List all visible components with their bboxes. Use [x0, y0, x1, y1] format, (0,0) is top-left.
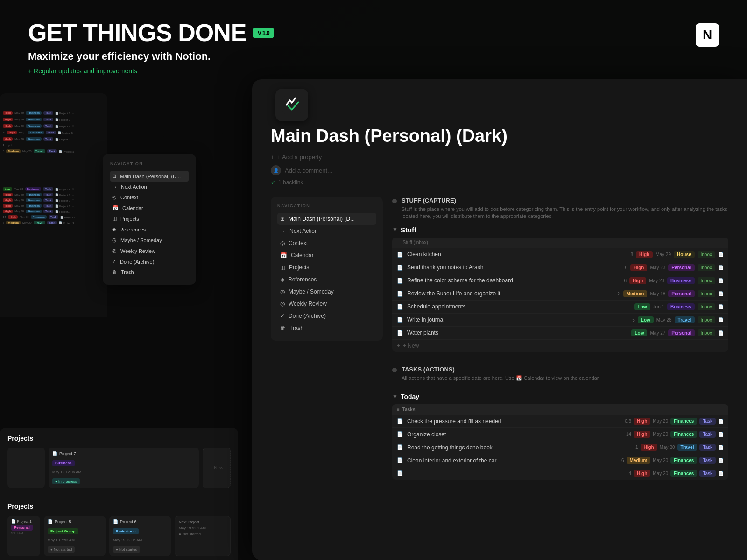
add-comment-area[interactable]: 👤 Add a comment...: [271, 165, 728, 175]
nav-item-done[interactable]: ✓ Done (Archive): [110, 256, 189, 267]
table-row: High May 20 Finances Task 📄 Project 3 □: [3, 110, 105, 116]
nav-panel-label: NAVIGATION: [110, 161, 189, 166]
nav-item-main-dash[interactable]: ⊞ Main Dash (Personal) (D...: [110, 171, 189, 182]
tasks-icon: ≡: [397, 407, 400, 412]
priority-high: High: [634, 418, 650, 425]
nav-next-action[interactable]: → Next Action: [277, 225, 376, 237]
weekly-icon-2: ◎: [280, 301, 285, 307]
priority-badge-low: Low: [638, 316, 654, 323]
priority-badge-high: High: [630, 264, 647, 271]
projects-title-1: Projects: [7, 434, 231, 442]
grid-icon: ⊞: [112, 173, 116, 179]
task-row-4: 📄 Clean interior and exterior of the car…: [392, 454, 728, 467]
stuff-row-1: 📄 Clean kitchen 8 High May 29 House Inbo…: [392, 248, 728, 261]
nav-item-references[interactable]: ◈ References: [110, 224, 189, 235]
category-personal: Personal: [668, 329, 694, 336]
notion-logo: N: [696, 23, 719, 47]
stuff-row-5: 📄 Schedule appointments Low Jun 1 Busine…: [392, 301, 728, 314]
main-panel: Main Dash (Personal) (Dark) + + Add a pr…: [252, 79, 747, 560]
circle-icon: ◎: [112, 194, 117, 200]
add-property-button[interactable]: + + Add a property: [271, 154, 728, 161]
doc-icon: 📄: [397, 317, 403, 323]
main-nav-label: NAVIGATION: [277, 203, 376, 208]
tasks-section-title: TASKS (ACTIONS): [402, 366, 728, 373]
table-row: High May 20 Finances Task 📄 Project 4 □: [3, 123, 105, 129]
new-stuff-button[interactable]: + + New: [392, 340, 728, 352]
nav-main-dash[interactable]: ⊞ Main Dash (Personal) (D...: [277, 213, 376, 225]
check-icon: ✓: [112, 259, 116, 265]
backlink[interactable]: ✓ 1 backlink: [271, 179, 728, 186]
main-navigation: NAVIGATION ⊞ Main Dash (Personal) (D... …: [271, 197, 383, 341]
doc-icon: 📄: [397, 265, 403, 271]
nav-item-calendar[interactable]: 📅 Calendar: [110, 203, 189, 213]
nav-references[interactable]: ◈ References: [277, 273, 376, 286]
doc-icon: 📄: [397, 431, 403, 437]
check-icon-2: ✓: [280, 313, 285, 319]
arrow-icon: →: [112, 184, 117, 189]
table-row: High May 20 Finances Task 📄 Project 3 □: [3, 192, 105, 197]
table-row: 6 Medium May 20 Travel Task 📄 Project 3: [3, 148, 105, 154]
nav-item-next-action[interactable]: → Next Action: [110, 182, 189, 192]
inbox-badge: Inbox: [698, 290, 715, 297]
clock-icon-2: ◷: [280, 288, 285, 295]
task-row-3: 📄 Read the getting things done book 1 Hi…: [392, 441, 728, 454]
chevron-down-icon: ▼: [392, 226, 398, 233]
chevron-down-icon-2: ▼: [392, 393, 398, 400]
category-house: House: [674, 251, 695, 258]
nav-item-projects[interactable]: ◫ Projects: [110, 213, 189, 224]
inbox-badge: Inbox: [698, 316, 715, 323]
projects-title-2: Projects: [7, 503, 231, 510]
left-panel: High May 20 Finances Task 📄 Project 3 □ …: [0, 93, 107, 317]
category-business: Business: [667, 277, 694, 284]
cat-finances: Finances: [670, 457, 697, 464]
nav-done[interactable]: ✓ Done (Archive): [277, 310, 376, 322]
references-icon: ◈: [112, 226, 116, 232]
header-update: + Regular updates and improvements: [28, 67, 274, 75]
priority-badge-low: Low: [631, 329, 647, 336]
priority-badge-high: High: [636, 251, 653, 258]
stuff-section-title: STUFF (CAPTURE): [402, 197, 728, 204]
type-badge: Task: [699, 418, 716, 425]
inbox-badge: Inbox: [698, 251, 715, 258]
nav-calendar[interactable]: 📅 Calendar: [277, 249, 376, 261]
stuff-section-desc: Stuff is the place where you will add to…: [402, 206, 728, 220]
table-row: 1: High May... Finances Task 📄 Project 3: [3, 130, 105, 135]
nav-item-trash[interactable]: 🗑 Trash: [110, 267, 189, 277]
priority-high: High: [634, 470, 650, 477]
svg-rect-1: [282, 96, 301, 114]
tasks-section: TASKS (ACTIONS) All actions that have a …: [392, 366, 728, 480]
nav-projects[interactable]: ◫ Projects: [277, 261, 376, 273]
nav-panel: NAVIGATION ⊞ Main Dash (Personal) (D... …: [103, 154, 196, 285]
new-project-button[interactable]: + New: [203, 448, 231, 488]
table-row: High May 20 Finances Task 📄 Project...: [3, 209, 105, 214]
doc-icon: 📄: [397, 291, 403, 297]
table-row: High May 20 Finances Task 📄 Project 3 □: [3, 197, 105, 203]
nav-maybe[interactable]: ◷ Maybe / Someday: [277, 286, 376, 298]
header-subtitle: Maximize your efficiency with Notion.: [28, 50, 274, 63]
stuff-toggle[interactable]: ▼ Stuff: [392, 226, 728, 234]
nav-context[interactable]: ◎ Context: [277, 237, 376, 249]
nav-item-context[interactable]: ◎ Context: [110, 192, 189, 203]
nav-item-maybe[interactable]: ◷ Maybe / Someday: [110, 235, 189, 245]
priority-high: High: [634, 431, 650, 438]
header: GET THINGS DONE V 1.0 Maximize your effi…: [28, 19, 274, 75]
stuff-row-7: 📄 Water plants Low May 27 Personal Inbox…: [392, 327, 728, 340]
doc-icon: 📄: [397, 304, 403, 310]
nav-item-weekly[interactable]: ◎ Weekly Review: [110, 245, 189, 256]
stuff-row-2: 📄 Send thank you notes to Arash 0 High M…: [392, 261, 728, 274]
weekly-icon: ◎: [112, 248, 117, 254]
table-row: High May 20 Finances Task 📄 Project 3 □: [3, 203, 105, 209]
cat-finances: Finances: [670, 431, 697, 438]
nav-trash[interactable]: 🗑 Trash: [277, 322, 376, 334]
inbox-badge: Inbox: [698, 264, 715, 271]
stuff-section-info: STUFF (CAPTURE) Stuff is the place where…: [402, 197, 728, 220]
today-toggle[interactable]: ▼ Today: [392, 393, 728, 400]
nav-weekly[interactable]: ◎ Weekly Review: [277, 298, 376, 310]
arrow-right-icon: →: [280, 228, 286, 234]
type-badge: Task: [699, 457, 716, 464]
page-title: Main Dash (Personal) (Dark): [271, 126, 728, 146]
project-card-5: 📄 Project 5 Project Group May 18 7:53 AM…: [44, 516, 106, 556]
table-row: High May 20 Finances Task 📄 Project 3: [3, 136, 105, 142]
category-travel: Travel: [675, 316, 695, 323]
table-row: 14 High May 20 Finances Task 📄 Project 3: [3, 214, 105, 220]
